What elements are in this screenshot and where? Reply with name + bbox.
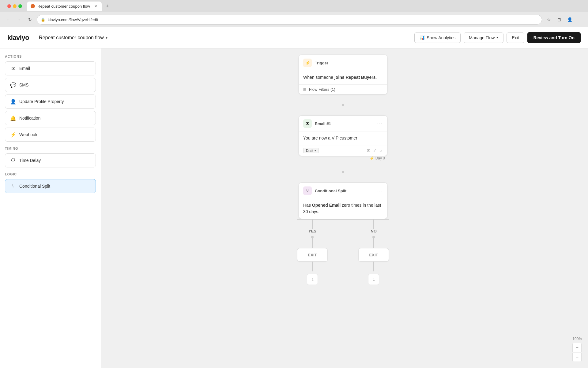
actions-section-label: ACTIONS xyxy=(5,55,96,58)
split-text: Has Opened Email zero times in the last … xyxy=(303,202,383,215)
manage-flow-caret-icon: ▾ xyxy=(496,36,498,40)
zoom-out-button[interactable]: − xyxy=(572,353,582,362)
sidebar-item-conditional-split[interactable]: ⑂ Conditional Split xyxy=(5,179,96,193)
sidebar: ACTIONS ✉ Email 💬 SMS 👤 Update Profile P… xyxy=(0,48,101,368)
window-close[interactable] xyxy=(7,4,11,8)
conditional-split-node[interactable]: ⑂ Conditional Split ··· Has Opened Email… xyxy=(299,182,387,219)
no-branch: NO EXIT ⤵ xyxy=(358,219,389,285)
split-node-title: Conditional Split xyxy=(315,189,346,193)
profile-button[interactable]: 👤 xyxy=(565,15,574,24)
email-node[interactable]: ✉ Email #1 ··· You are now a VIP custome… xyxy=(299,115,387,156)
email-action-envelope-icon[interactable]: ✉ xyxy=(367,148,371,153)
zoom-in-button[interactable]: + xyxy=(572,343,582,352)
address-bar[interactable]: 🔒 klaviyo.com/flow/VgvcHi/edit xyxy=(37,15,542,25)
webhook-icon: ⚡ xyxy=(10,132,16,138)
logic-section-label: LOGIC xyxy=(5,172,96,176)
window-minimize[interactable] xyxy=(13,4,17,8)
connector-dot-1 xyxy=(342,104,344,106)
flow-name: Repeat customer coupon flow xyxy=(39,35,104,40)
connector-line-2 xyxy=(343,106,343,115)
no-connector-line-3 xyxy=(373,262,374,271)
clock-icon: ⏱ xyxy=(10,157,16,163)
draft-badge[interactable]: Draft ▾ xyxy=(303,148,319,153)
browser-tab[interactable]: Repeat customer coupon flow ✕ xyxy=(27,2,102,11)
main-content: ACTIONS ✉ Email 💬 SMS 👤 Update Profile P… xyxy=(0,48,588,368)
yes-connector-dot xyxy=(311,236,314,238)
email-node-content: You are now a VIP customer xyxy=(299,132,387,145)
filter-icon: ⊞ xyxy=(303,87,307,92)
email-subject: You are now a VIP customer xyxy=(303,135,383,141)
sidebar-item-email[interactable]: ✉ Email xyxy=(5,61,96,75)
split-icon: ⑂ xyxy=(10,183,16,189)
no-connector-line xyxy=(373,219,374,229)
email-icon: ✉ xyxy=(10,65,16,71)
lock-icon: 🔒 xyxy=(41,17,45,22)
extensions-button[interactable]: ⊡ xyxy=(555,15,564,24)
flow-name-wrapper: Repeat customer coupon flow ▾ xyxy=(39,35,107,40)
email-action-filter-icon[interactable]: ⊿ xyxy=(379,148,383,153)
bookmark-button[interactable]: ☆ xyxy=(545,15,553,24)
address-text: klaviyo.com/flow/VgvcHi/edit xyxy=(48,17,98,22)
refresh-button[interactable]: ↻ xyxy=(26,15,34,24)
zoom-level-label: 100% xyxy=(572,337,582,341)
tab-favicon xyxy=(31,4,35,8)
trigger-icon: ⚡ xyxy=(303,59,312,67)
trigger-title: Trigger xyxy=(315,61,328,65)
new-tab-button[interactable]: + xyxy=(103,2,111,10)
email-node-title: Email #1 xyxy=(315,121,331,126)
flow-filter-row[interactable]: ⊞ Flow Filters (1) xyxy=(299,84,387,94)
yes-connector-line xyxy=(312,219,313,229)
draft-caret-icon: ▾ xyxy=(315,149,316,152)
menu-button[interactable]: ⋮ xyxy=(576,15,584,24)
split-h-connector xyxy=(297,219,389,220)
yes-connector-line-2 xyxy=(312,238,313,248)
trigger-text: When someone joins Repeat Buyers. xyxy=(303,74,383,81)
analytics-chart-icon: 📊 xyxy=(420,35,425,40)
logo-text: klaviyo xyxy=(7,34,29,42)
canvas-inner: ⚡ Trigger When someone joins Repeat Buye… xyxy=(101,48,588,368)
window-maximize[interactable] xyxy=(18,4,22,8)
timing-section-label: TIMING xyxy=(5,147,96,150)
show-analytics-button[interactable]: 📊 Show Analytics xyxy=(414,33,461,43)
email-node-icon: ✉ xyxy=(303,119,312,128)
trigger-node-header: ⚡ Trigger xyxy=(299,55,387,71)
exit-button[interactable]: Exit xyxy=(507,33,524,43)
no-add-node-btn[interactable]: ⤵ xyxy=(368,274,379,285)
review-turn-on-button[interactable]: Review and Turn On xyxy=(527,32,581,43)
back-button[interactable]: ← xyxy=(4,15,12,24)
no-connector-line-2 xyxy=(373,238,374,248)
trigger-node[interactable]: ⚡ Trigger When someone joins Repeat Buye… xyxy=(299,55,387,94)
manage-flow-button[interactable]: Manage Flow ▾ xyxy=(464,33,503,43)
person-icon: 👤 xyxy=(10,98,16,105)
sidebar-item-time-delay[interactable]: ⏱ Time Delay xyxy=(5,153,96,167)
connector-dot-2 xyxy=(342,171,344,173)
no-exit-node[interactable]: EXIT xyxy=(358,248,389,262)
logo: klaviyo xyxy=(7,34,29,42)
email-node-header: ✉ Email #1 ··· xyxy=(299,116,387,132)
connector-line-4 xyxy=(343,173,343,182)
yes-exit-node[interactable]: EXIT xyxy=(297,248,328,262)
tab-close-btn[interactable]: ✕ xyxy=(94,4,98,8)
split-node-more-btn[interactable]: ··· xyxy=(376,188,383,194)
no-connector-dot xyxy=(372,236,375,238)
sidebar-item-update-profile[interactable]: 👤 Update Profile Property xyxy=(5,94,96,109)
filter-text: Flow Filters (1) xyxy=(309,87,335,92)
day-indicator: ⚡ Day 0 xyxy=(370,156,387,160)
sidebar-item-sms[interactable]: 💬 SMS xyxy=(5,78,96,92)
canvas[interactable]: ⚡ Trigger When someone joins Repeat Buye… xyxy=(101,48,588,368)
connector-line-1 xyxy=(343,94,343,104)
sidebar-item-webhook[interactable]: ⚡ Webhook xyxy=(5,128,96,142)
email-action-check-icon[interactable]: ✓ xyxy=(373,148,377,153)
split-node-icon: ⑂ xyxy=(303,186,312,195)
email-actions: ✉ ✓ ⊿ xyxy=(367,148,383,153)
zoom-controls: 100% + − xyxy=(572,337,582,362)
navbar-actions: 📊 Show Analytics Manage Flow ▾ Exit Revi… xyxy=(414,32,581,43)
split-node-content: Has Opened Email zero times in the last … xyxy=(299,199,387,219)
sms-icon: 💬 xyxy=(10,82,16,88)
forward-button[interactable]: → xyxy=(15,15,23,24)
tab-title: Repeat customer coupon flow xyxy=(37,4,90,9)
sidebar-item-notification[interactable]: 🔔 Notification xyxy=(5,111,96,125)
yes-add-node-btn[interactable]: ⤵ xyxy=(307,274,318,285)
flow-name-caret-icon[interactable]: ▾ xyxy=(106,36,107,40)
email-node-more-btn[interactable]: ··· xyxy=(376,121,383,127)
